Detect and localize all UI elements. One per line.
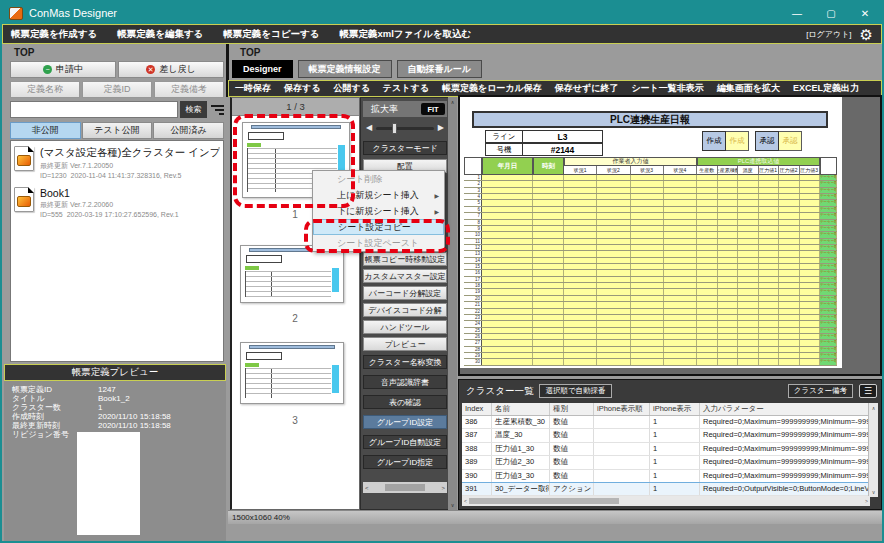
cluster-column-header[interactable]: Index (462, 403, 492, 415)
cluster-index: 386 (462, 416, 492, 428)
scroll-up-icon[interactable]: ∧ (451, 99, 455, 105)
menu-item[interactable]: 帳票定義を編集する (117, 28, 203, 41)
sheet-cell-plc (738, 175, 759, 180)
search-input[interactable] (10, 101, 178, 118)
toolbar-button[interactable]: 帳票定義をローカル保存 (442, 82, 542, 95)
filter-field[interactable]: 定義名称 (10, 81, 80, 98)
designer-tab[interactable]: 帳票定義情報設定 (298, 60, 392, 78)
document-list-item[interactable]: Book1 最終更新 Ver.7.2.20060 ID=555_2020-03-… (14, 187, 220, 218)
tool-button[interactable]: 表の確認 (363, 395, 447, 409)
zoom-slider-track[interactable] (376, 127, 434, 130)
tool-button[interactable]: プレビュー (363, 337, 447, 351)
sheet-thumbnail-3[interactable] (240, 342, 344, 404)
sheet-cell-plc (697, 232, 718, 237)
cluster-row[interactable]: 386 生産累積数_30 数値 1 Required=0;Maximum=999… (462, 416, 870, 429)
logout-link[interactable]: [ログアウト] (806, 29, 851, 40)
cluster-row[interactable]: 389 圧力値2_30 数値 1 Required=0;Maximum=9999… (462, 456, 870, 469)
gear-icon[interactable]: ⚙ (860, 27, 873, 42)
returned-button[interactable]: ✕ 差し戻し (118, 61, 224, 78)
cluster-column-header[interactable]: 名前 (492, 403, 550, 415)
zoom-out-arrow-icon[interactable]: ◀ (366, 124, 372, 132)
sheet-cell-status (564, 359, 597, 364)
cluster-vscrollbar[interactable]: ∧ ∨ (868, 403, 878, 497)
publish-tab[interactable]: 非公開 (10, 122, 81, 139)
menu-item[interactable]: 帳票定義をコピーする (223, 28, 319, 41)
sheet-cell-status (631, 188, 664, 193)
sheet-row-number: 3 (464, 188, 482, 193)
sheet-cell-status (564, 309, 597, 314)
sheet-cell-plc (738, 347, 759, 352)
filter-field[interactable]: 定義ID (82, 81, 152, 98)
tool-panel-vscrollbar[interactable]: ∧ ∨ (448, 97, 457, 510)
publish-tab[interactable]: 公開済み (153, 122, 224, 139)
zoom-in-arrow-icon[interactable]: ▶ (438, 124, 444, 132)
tool-button[interactable]: グループID設定 (363, 415, 447, 429)
tool-button[interactable]: グループID自動設定 (363, 435, 447, 449)
sort-icon[interactable] (209, 101, 224, 118)
hscroll-thumb[interactable] (385, 484, 425, 491)
filter-field[interactable]: 定義備考 (154, 81, 224, 98)
tool-button[interactable]: カスタムマスター設定 (363, 269, 447, 283)
cluster-row[interactable]: 388 圧力値1_30 数値 1 Required=0;Maximum=9999… (462, 443, 870, 456)
close-button[interactable]: ✕ (848, 2, 882, 24)
toolbar-button[interactable]: 保存せずに終了 (555, 82, 619, 95)
minimize-button[interactable]: — (780, 2, 814, 24)
sheet-cell-plc (800, 359, 821, 364)
sheet-cell-action: データー取得 (820, 245, 837, 250)
fit-button[interactable]: FIT (421, 103, 445, 115)
zoom-slider-thumb[interactable] (392, 123, 397, 134)
cluster-column-header[interactable]: iPhone表示順 (594, 403, 650, 415)
scroll-right-icon[interactable]: > (441, 485, 445, 491)
menu-item[interactable]: 帳票定義を作成する (11, 28, 97, 41)
designer-tab[interactable]: 自動採番ルール (397, 60, 482, 78)
scroll-up-icon[interactable]: ∧ (872, 405, 876, 411)
scroll-right-icon[interactable]: > (865, 498, 868, 504)
cluster-hscrollbar[interactable]: < > (462, 496, 870, 506)
cluster-column-header[interactable]: iPhone表示 (650, 403, 700, 415)
hamburger-menu-icon[interactable]: ☰ (859, 384, 877, 398)
cluster-column-header[interactable]: 入力パラメーター (700, 403, 870, 415)
tool-button[interactable]: クラスターモード (363, 141, 447, 155)
toolbar-button[interactable]: EXCEL定義出力 (793, 82, 859, 95)
maximize-button[interactable]: ▢ (814, 2, 848, 24)
tool-button[interactable]: バーコード分解設定 (363, 286, 447, 300)
cluster-column-header[interactable]: 種別 (550, 403, 594, 415)
cluster-note-button[interactable]: クラスター備考 (788, 384, 853, 398)
toolbar-button[interactable]: 編集画面を拡大 (717, 82, 780, 95)
tool-button[interactable]: ハンドツール (363, 320, 447, 334)
menu-item[interactable]: 帳票定義xmlファイルを取込む (339, 28, 471, 41)
scroll-left-icon[interactable]: < (464, 498, 467, 504)
sheet-cell-plc (800, 181, 821, 186)
toolbar-button[interactable]: 公開する (333, 82, 369, 95)
cluster-iphone-visible: 1 (650, 416, 700, 428)
sheet-cell-status (564, 328, 597, 333)
hscroll-thumb[interactable] (469, 498, 619, 504)
sheet-cell-date (482, 245, 533, 250)
search-button[interactable]: 検索 (180, 101, 207, 118)
cluster-row[interactable]: 391 30_データー取得 アクション 1 Required=0;OutputV… (462, 483, 870, 496)
cluster-row[interactable]: 390 圧力値3_30 数値 1 Required=0;Maximum=9999… (462, 470, 870, 483)
sheet-thumbnail-2[interactable] (240, 245, 344, 303)
document-list-item[interactable]: (マスタ設定各種)全クラスター インプットサン 最終更新 Ver.7.1.200… (14, 146, 220, 179)
toolbar-button[interactable]: 一時保存 (235, 82, 271, 95)
toolbar-button[interactable]: テストする (383, 82, 429, 95)
sheet-cell-date (482, 232, 533, 237)
sheet-cell-plc (800, 289, 821, 294)
sheet-cell-plc (738, 302, 759, 307)
tool-button[interactable]: グループID指定 (363, 455, 447, 469)
tool-button[interactable]: クラスター名称変換 (363, 355, 447, 369)
tool-panel-hscrollbar[interactable]: < > (363, 482, 447, 493)
publish-tab[interactable]: テスト公開 (82, 122, 153, 139)
tool-button[interactable]: 音声認識辞書 (363, 375, 447, 389)
scroll-down-icon[interactable]: ∨ (451, 502, 455, 508)
auto-number-button[interactable]: 選択順で自動採番 (539, 384, 611, 398)
scroll-left-icon[interactable]: < (365, 485, 369, 491)
designer-tab[interactable]: Designer (232, 60, 293, 78)
toolbar-button[interactable]: シート一覧非表示 (631, 82, 703, 95)
pending-button[interactable]: − 申請中 (10, 61, 116, 78)
tool-button[interactable]: デバイスコード分解 (363, 303, 447, 317)
scroll-down-icon[interactable]: ∨ (872, 489, 876, 495)
cluster-row[interactable]: 387 温度_30 数値 1 Required=0;Maximum=999999… (462, 429, 870, 442)
toolbar-button[interactable]: 保存する (284, 82, 320, 95)
tool-button[interactable]: 帳票コピー時移動設定 (363, 252, 447, 266)
